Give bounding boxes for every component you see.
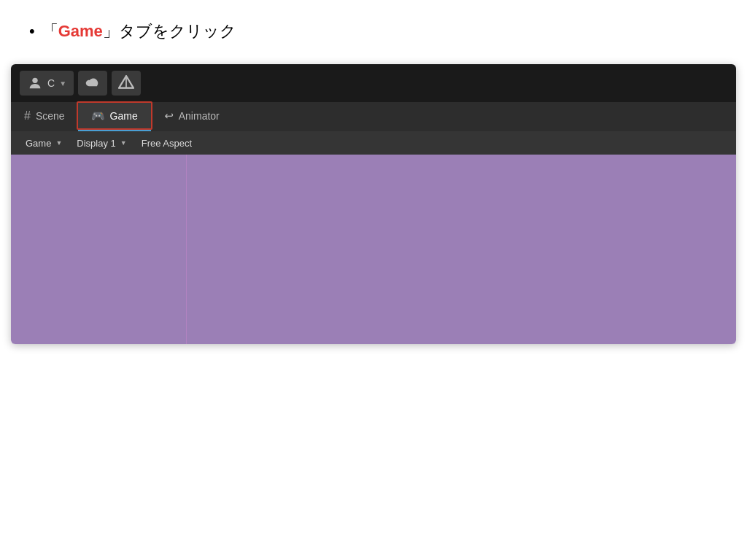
display-dropdown-label: Display 1 xyxy=(77,138,115,149)
tab-bar: # Scene 🎮 Game ↪ Animator xyxy=(11,102,736,131)
svg-point-0 xyxy=(32,78,37,83)
game-tab-label: Game xyxy=(110,110,138,122)
instruction-area: • 「Game」タブをクリック xyxy=(0,0,747,57)
account-button[interactable]: C ▼ xyxy=(20,71,74,96)
scene-hash-icon: # xyxy=(24,109,31,122)
cloud-button[interactable] xyxy=(78,71,107,96)
cloud-icon xyxy=(85,77,100,89)
display-dropdown[interactable]: Display 1 ▼ xyxy=(69,131,133,155)
game-controller-icon: 🎮 xyxy=(91,109,105,122)
display-dropdown-arrow-icon: ▼ xyxy=(120,139,127,147)
unity-logo-button[interactable] xyxy=(112,71,141,96)
aspect-dropdown[interactable]: Free Aspect xyxy=(134,131,199,155)
tab-game[interactable]: 🎮 Game xyxy=(78,102,151,131)
instruction-bullet: • 「Game」タブをクリック xyxy=(29,20,718,42)
aspect-dropdown-label: Free Aspect xyxy=(142,138,192,149)
tab-animator[interactable]: ↪ Animator xyxy=(151,102,233,131)
bullet-dot: • xyxy=(29,22,35,41)
instruction-text: 「Game」タブをクリック xyxy=(42,20,236,42)
game-highlight: Game xyxy=(58,22,103,40)
toolbar: C ▼ xyxy=(11,64,736,102)
view-toolbar: Game ▼ Display 1 ▼ Free Aspect xyxy=(11,131,736,155)
account-letter: C xyxy=(47,77,55,89)
game-dropdown[interactable]: Game ▼ xyxy=(18,131,69,155)
game-dropdown-arrow-icon: ▼ xyxy=(55,139,62,147)
editor-wrapper: C ▼ # Scene 🎮 Game xyxy=(11,64,736,344)
game-dropdown-label: Game xyxy=(26,138,51,149)
animator-arrow-icon: ↪ xyxy=(164,109,174,122)
animator-tab-label: Animator xyxy=(179,110,220,122)
unity-logo-icon xyxy=(118,75,134,91)
scene-tab-label: Scene xyxy=(36,110,65,122)
game-canvas xyxy=(11,155,736,344)
account-icon xyxy=(27,75,43,91)
account-chevron-icon: ▼ xyxy=(59,79,66,88)
canvas-vertical-line xyxy=(186,155,187,344)
tab-scene[interactable]: # Scene xyxy=(11,102,78,131)
